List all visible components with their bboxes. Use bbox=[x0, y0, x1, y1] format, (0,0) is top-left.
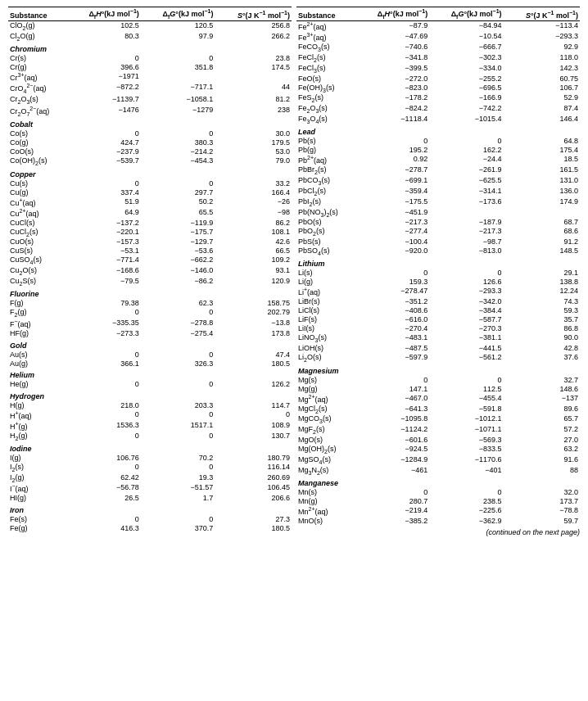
value-cell: −302.3 bbox=[429, 53, 503, 64]
value-cell: −696.5 bbox=[429, 83, 503, 93]
value-cell: 0 bbox=[67, 179, 141, 188]
table-row: LiI(s) −270.4 −270.3 86.8 bbox=[296, 324, 580, 333]
substance-cell: Fe(OH)3(s) bbox=[296, 83, 355, 93]
value-cell: −51.57 bbox=[141, 483, 215, 494]
table-row: H+(aq) 0 0 0 bbox=[8, 409, 292, 420]
value-cell: −217.3 bbox=[355, 218, 429, 227]
substance-cell: H+(aq) bbox=[8, 409, 67, 420]
section-label: Helium bbox=[8, 368, 292, 380]
left-col-header-s: S°(J K−1 mol−1) bbox=[215, 7, 292, 21]
table-row: Fe2+(aq) −87.9 −84.94 −113.4 bbox=[296, 20, 580, 32]
value-cell bbox=[141, 72, 215, 83]
table-row: MgCO3(s) −1095.8 −1012.1 65.7 bbox=[296, 414, 580, 425]
value-cell: 126.6 bbox=[429, 278, 503, 287]
value-cell: −1095.8 bbox=[355, 414, 429, 425]
table-row: Cl2O(g) 80.3 97.9 266.2 bbox=[8, 32, 292, 43]
value-cell: 32.0 bbox=[504, 487, 580, 496]
substance-cell: PbSO4(s) bbox=[296, 246, 355, 257]
value-cell: −1279 bbox=[141, 105, 215, 117]
table-row: Cu+(aq) 51.9 50.2 −26 bbox=[8, 197, 292, 207]
value-cell: −384.4 bbox=[429, 306, 503, 315]
value-cell: 70.2 bbox=[141, 453, 215, 462]
table-row: FeO(s) −272.0 −255.2 60.75 bbox=[296, 74, 580, 83]
substance-cell: Fe(g) bbox=[8, 523, 67, 532]
value-cell: 63.2 bbox=[504, 444, 580, 455]
value-cell: 92.9 bbox=[504, 43, 580, 53]
value-cell: 66.5 bbox=[215, 246, 292, 256]
substance-cell: Pb(g) bbox=[296, 146, 355, 155]
value-cell: 0 bbox=[141, 514, 215, 523]
value-cell: −597.9 bbox=[355, 353, 429, 364]
value-cell: 206.6 bbox=[215, 494, 292, 503]
substance-cell: CuS(s) bbox=[8, 246, 67, 256]
continued-note: (continued on the next page) bbox=[296, 528, 580, 536]
substance-cell: He(g) bbox=[8, 380, 67, 389]
substance-cell: Fe2O3(s) bbox=[296, 104, 355, 115]
value-cell: 0 bbox=[429, 487, 503, 496]
value-cell: 337.4 bbox=[67, 188, 141, 197]
section-header-hydrogen: Hydrogen bbox=[8, 389, 292, 401]
value-cell bbox=[215, 72, 292, 83]
section-label: Fluorine bbox=[8, 287, 292, 299]
value-cell: −601.6 bbox=[355, 435, 429, 444]
value-cell: −273.3 bbox=[67, 329, 141, 338]
table-row: Cu2+(aq) 64.9 65.5 −98 bbox=[8, 207, 292, 218]
table-row: I2(g) 62.42 19.3 260.69 bbox=[8, 473, 292, 483]
substance-cell: FeO(s) bbox=[296, 74, 355, 83]
value-cell: 97.9 bbox=[141, 32, 215, 43]
value-cell: −10.54 bbox=[429, 32, 503, 43]
value-cell: −53.1 bbox=[67, 246, 141, 256]
value-cell: −1124.2 bbox=[355, 425, 429, 436]
table-row: Fe3+(aq) −47.69 −10.54 −293.3 bbox=[296, 32, 580, 43]
left-col-header-dh: ΔfH°(kJ mol−1) bbox=[67, 7, 141, 21]
table-row: LiBr(s) −351.2 −342.0 74.3 bbox=[296, 297, 580, 306]
value-cell: 0 bbox=[67, 350, 141, 359]
table-row: Fe(OH)3(s) −823.0 −696.5 106.7 bbox=[296, 83, 580, 93]
substance-cell: FeCO3(s) bbox=[296, 43, 355, 53]
value-cell: −1118.4 bbox=[355, 115, 429, 125]
value-cell: −47.69 bbox=[355, 32, 429, 43]
value-cell: −87.9 bbox=[355, 20, 429, 32]
section-header-fluorine: Fluorine bbox=[8, 287, 292, 299]
table-row: I(g) 106.76 70.2 180.79 bbox=[8, 453, 292, 462]
value-cell: 112.5 bbox=[429, 384, 503, 393]
table-row: Mn2+(aq) −219.4 −225.6 −78.8 bbox=[296, 505, 580, 516]
substance-cell: I(g) bbox=[8, 453, 67, 462]
value-cell: 424.7 bbox=[67, 138, 141, 147]
section-label: Manganese bbox=[296, 476, 580, 488]
value-cell: 0 bbox=[67, 380, 141, 389]
value-cell: −591.8 bbox=[429, 404, 503, 414]
value-cell: 1536.3 bbox=[67, 420, 141, 431]
value-cell: 120.9 bbox=[215, 276, 292, 287]
section-label: Cobalt bbox=[8, 117, 292, 129]
table-row: HI(g) 26.5 1.7 206.6 bbox=[8, 494, 292, 503]
value-cell: 0 bbox=[141, 431, 215, 441]
table-row: Mg(g) 147.1 112.5 148.6 bbox=[296, 384, 580, 393]
value-cell: 114.7 bbox=[215, 400, 292, 409]
substance-cell: Fe(s) bbox=[8, 514, 67, 523]
table-row: FeCl3(s) −399.5 −334.0 142.3 bbox=[296, 63, 580, 74]
table-row: Cu(g) 337.4 297.7 166.4 bbox=[8, 188, 292, 197]
value-cell: 238.5 bbox=[429, 496, 503, 505]
substance-cell: MnO(s) bbox=[296, 516, 355, 525]
value-cell: −187.9 bbox=[429, 218, 503, 227]
table-row: Au(s) 0 0 47.4 bbox=[8, 350, 292, 359]
table-row: I2(s) 0 0 116.14 bbox=[8, 462, 292, 473]
section-label: Chromium bbox=[8, 42, 292, 54]
value-cell: −98 bbox=[215, 207, 292, 218]
value-cell: 106.76 bbox=[67, 453, 141, 462]
substance-cell: Co(OH)2(s) bbox=[8, 156, 67, 167]
table-row: Co(OH)2(s) −539.7 −454.3 79.0 bbox=[8, 156, 292, 167]
value-cell: 180.5 bbox=[215, 523, 292, 532]
section-header-lithium: Lithium bbox=[296, 256, 580, 269]
substance-cell: MgCl2(s) bbox=[296, 404, 355, 414]
value-cell: 159.3 bbox=[355, 278, 429, 287]
substance-cell: Li(g) bbox=[296, 278, 355, 287]
substance-cell: CuCl(s) bbox=[8, 218, 67, 227]
section-header-helium: Helium bbox=[8, 368, 292, 380]
value-cell: 106.45 bbox=[215, 483, 292, 494]
table-row: PbO2(s) −277.4 −217.3 68.6 bbox=[296, 227, 580, 237]
table-row: Cu(s) 0 0 33.2 bbox=[8, 179, 292, 188]
value-cell: 297.7 bbox=[141, 188, 215, 197]
value-cell: −56.78 bbox=[67, 483, 141, 494]
